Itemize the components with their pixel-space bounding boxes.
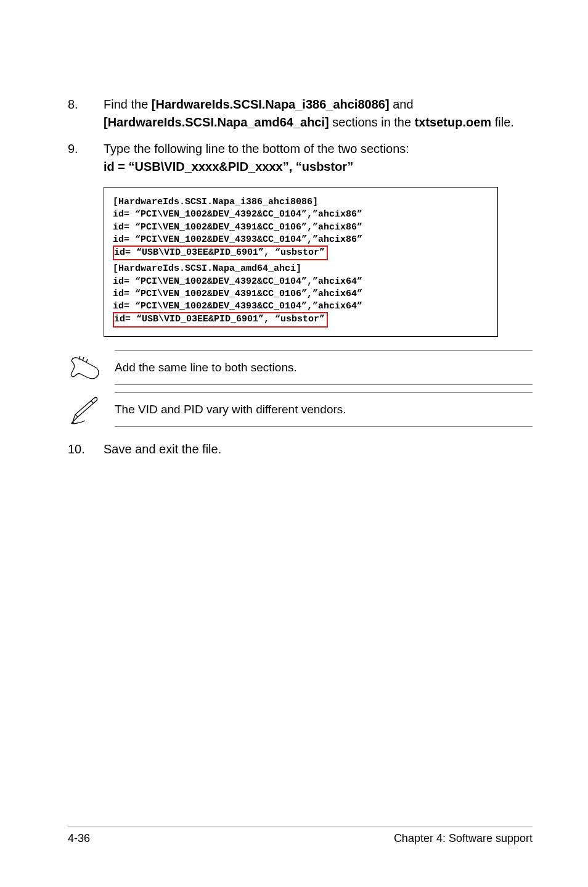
page-footer: 4-36 Chapter 4: Software support	[68, 827, 533, 845]
note-2-text: The VID and PID vary with different vend…	[115, 392, 533, 427]
step-8-text-1: Find the	[104, 97, 152, 111]
step-8-text-2: and	[390, 97, 414, 111]
step-9: 9. Type the following line to the bottom…	[68, 140, 533, 176]
note-1-text: Add the same line to both sections.	[115, 350, 533, 385]
step-8-text-4: file.	[491, 115, 514, 129]
step-10: 10. Save and exit the file.	[68, 440, 533, 458]
code-line-highlighted: id= “USB\VID_03EE&PID_6901”, “usbstor”	[113, 245, 328, 260]
step-8-bold-2: [HardwareIds.SCSI.Napa_amd64_ahci]	[104, 115, 329, 129]
code-line: id= “PCI\VEN_1002&DEV_4391&CC_0106”,”ahc…	[113, 221, 489, 234]
step-9-number: 9.	[68, 140, 104, 176]
step-10-body: Save and exit the file.	[104, 440, 533, 458]
code-line: id= “PCI\VEN_1002&DEV_4393&CC_0104”,”ahc…	[113, 300, 489, 313]
code-line: id= “PCI\VEN_1002&DEV_4392&CC_0104”,”ahc…	[113, 208, 489, 221]
hand-pointer-icon	[68, 350, 102, 385]
step-10-text-1: Save and exit the file.	[104, 442, 221, 456]
pencil-icon	[68, 392, 102, 427]
note-row: The VID and PID vary with different vend…	[68, 392, 533, 427]
code-line: [HardwareIds.SCSI.Napa_i386_ahci8086]	[113, 196, 489, 208]
step-9-text-1: Type the following line to the bottom of…	[104, 142, 409, 155]
step-8-body: Find the [HardwareIds.SCSI.Napa_i386_ahc…	[104, 96, 533, 131]
code-line: [HardwareIds.SCSI.Napa_amd64_ahci]	[113, 263, 489, 275]
step-8-number: 8.	[68, 96, 104, 131]
step-8-bold-1: [HardwareIds.SCSI.Napa_i386_ahci8086]	[152, 97, 390, 111]
note-row: Add the same line to both sections.	[68, 350, 533, 385]
footer-page-number: 4-36	[68, 832, 90, 845]
step-9-bold-1: id = “USB\VID_xxxx&PID_xxxx”, “usbstor”	[104, 160, 353, 173]
code-line-highlighted: id= “USB\VID_03EE&PID_6901”, “usbstor”	[113, 312, 328, 327]
code-box: [HardwareIds.SCSI.Napa_i386_ahci8086] id…	[104, 187, 498, 337]
step-8-text-3: sections in the	[329, 115, 415, 129]
code-line: id= “PCI\VEN_1002&DEV_4393&CC_0104”,”ahc…	[113, 234, 489, 246]
step-10-number: 10.	[68, 440, 104, 458]
code-line: id= “PCI\VEN_1002&DEV_4392&CC_0104”,”ahc…	[113, 276, 489, 288]
step-9-body: Type the following line to the bottom of…	[104, 140, 533, 176]
code-line: id= “PCI\VEN_1002&DEV_4391&CC_0106”,”ahc…	[113, 288, 489, 300]
footer-chapter: Chapter 4: Software support	[394, 832, 533, 845]
step-8-bold-3: txtsetup.oem	[415, 115, 491, 129]
step-8: 8. Find the [HardwareIds.SCSI.Napa_i386_…	[68, 96, 533, 131]
